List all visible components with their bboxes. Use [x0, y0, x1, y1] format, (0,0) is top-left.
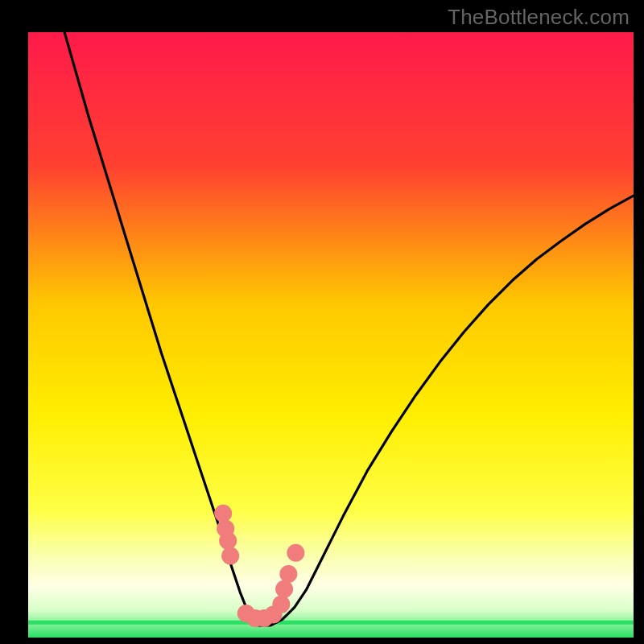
- data-marker: [214, 505, 232, 522]
- chart-frame: TheBottleneck.com: [0, 0, 644, 644]
- chart-svg: [28, 32, 634, 638]
- data-marker: [275, 580, 293, 598]
- data-marker: [287, 544, 304, 562]
- data-marker: [279, 565, 297, 583]
- plot-area: [28, 32, 634, 638]
- gradient-background: [28, 32, 634, 638]
- attribution-text: TheBottleneck.com: [448, 5, 630, 30]
- data-marker: [221, 547, 239, 564]
- data-marker: [272, 596, 290, 613]
- data-marker: [219, 532, 237, 550]
